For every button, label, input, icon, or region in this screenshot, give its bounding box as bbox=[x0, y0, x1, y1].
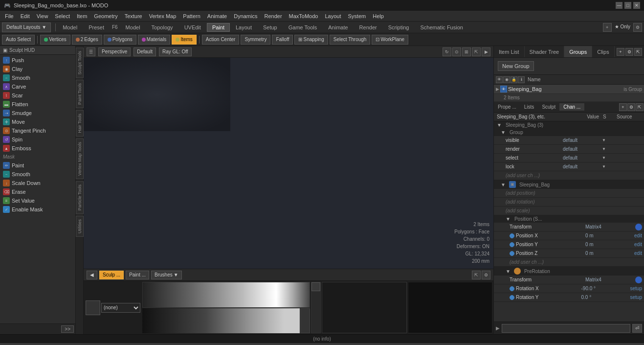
add-tab-button[interactable]: + bbox=[603, 23, 612, 32]
menu-item[interactable]: Item bbox=[74, 12, 90, 20]
brushes-tab-button[interactable]: Brushes ▼ bbox=[151, 271, 182, 279]
tab-layout[interactable]: Layout bbox=[230, 23, 257, 32]
vert-tab-sculpt-tools[interactable]: Sculpt Tools bbox=[76, 47, 84, 78]
tab-game-tools[interactable]: Game Tools bbox=[283, 23, 323, 32]
tool-push[interactable]: ↑ Push bbox=[0, 56, 75, 65]
lock-dropdown-icon[interactable]: ▼ bbox=[602, 164, 608, 169]
command-input[interactable] bbox=[502, 324, 630, 333]
menu-animate[interactable]: Animate bbox=[204, 12, 230, 20]
settings-vp-button[interactable]: ⚙ bbox=[482, 271, 490, 279]
tab-preset[interactable]: Preset bbox=[83, 23, 110, 32]
vert-tab-particle[interactable]: Particle Tools bbox=[76, 181, 84, 214]
panel-tab-clips[interactable]: Clips bbox=[592, 46, 614, 57]
items-button[interactable]: Items bbox=[172, 35, 196, 45]
menu-edit[interactable]: Edit bbox=[18, 12, 33, 20]
props-tab-properties[interactable]: Prope ... bbox=[494, 103, 520, 111]
menu-dynamics[interactable]: Dynamics bbox=[231, 12, 260, 20]
chan-section-prerotation[interactable]: ▼ PreRotation bbox=[494, 267, 644, 276]
paint-tab-button[interactable]: Paint ... bbox=[126, 271, 149, 279]
chan-section-position[interactable]: ▼ Position (S... bbox=[494, 215, 644, 223]
props-tab-channels[interactable]: Chan ... bbox=[559, 103, 584, 111]
tab-model2[interactable]: Model bbox=[120, 23, 146, 32]
dark-thumb-2[interactable] bbox=[408, 282, 493, 333]
vp-expand-button[interactable]: ⇱ bbox=[472, 47, 481, 56]
expand-button[interactable]: >> bbox=[61, 325, 74, 333]
gradient-thumb-2[interactable] bbox=[142, 308, 300, 333]
tool-enable-mask[interactable]: ✓ Enable Mask bbox=[0, 205, 75, 214]
tool-tangent-pinch[interactable]: ⊙ Tangent Pinch bbox=[0, 126, 75, 135]
tool-set-value[interactable]: ≡ Set Value bbox=[0, 196, 75, 205]
select-dropdown-icon[interactable]: ▼ bbox=[602, 156, 608, 160]
gradient-thumb-1[interactable] bbox=[142, 282, 310, 308]
viewport-canvas[interactable]: X Y Z 2 Items Polygons : Face Channels: … bbox=[84, 58, 493, 269]
expand-vp-button[interactable]: ⇱ bbox=[472, 271, 481, 279]
edges-button[interactable]: 2 Edges bbox=[72, 35, 102, 45]
panel-add-button[interactable]: + bbox=[617, 48, 624, 56]
vp-zoom-button[interactable]: ⊞ bbox=[462, 47, 471, 56]
tool-scar[interactable]: ⌇ Scar bbox=[0, 91, 75, 100]
falloff-button[interactable]: Falloff bbox=[272, 35, 293, 45]
pos-x-edit[interactable]: edit bbox=[634, 233, 642, 238]
tool-paint[interactable]: ✏ Paint bbox=[0, 161, 75, 170]
perspective-button[interactable]: Perspective bbox=[98, 47, 131, 56]
vert-tab-utilities[interactable]: Utilities bbox=[76, 216, 84, 237]
tab-setup[interactable]: Setup bbox=[258, 23, 283, 32]
menu-pattern[interactable]: Pattern bbox=[180, 12, 203, 20]
groups-eye-btn[interactable]: 👁 bbox=[496, 76, 503, 83]
select-through-button[interactable]: Select Through bbox=[330, 35, 371, 45]
tab-scripting[interactable]: Scripting bbox=[383, 23, 415, 32]
panel-tab-shader-tree[interactable]: Shader Tree bbox=[525, 46, 565, 57]
panel-expand-button[interactable]: ⇱ bbox=[634, 48, 642, 56]
pos-z-edit[interactable]: edit bbox=[634, 251, 642, 256]
menu-select[interactable]: Select bbox=[52, 12, 73, 20]
sculp-tab-button[interactable]: Sculp ... bbox=[99, 271, 124, 279]
render-dropdown-icon[interactable]: ▼ bbox=[602, 147, 608, 151]
tool-erase[interactable]: ⌫ Erase bbox=[0, 187, 75, 196]
rot-x-edit[interactable]: setup bbox=[630, 286, 642, 291]
materials-button[interactable]: Materials bbox=[138, 35, 171, 45]
menu-system[interactable]: System bbox=[345, 12, 369, 20]
tool-spin[interactable]: ↺ Spin bbox=[0, 135, 75, 144]
tool-smudge[interactable]: ⇢ Smudge bbox=[0, 109, 75, 117]
menu-texture[interactable]: Texture bbox=[122, 12, 145, 20]
minimize-button[interactable]: — bbox=[616, 2, 622, 9]
visible-dropdown-icon[interactable]: ▼ bbox=[602, 138, 608, 142]
default-layouts-dropdown[interactable]: Default Layouts ▼ bbox=[2, 23, 51, 32]
tab-animate[interactable]: Animate bbox=[323, 23, 353, 32]
default-button[interactable]: Default bbox=[133, 47, 156, 56]
workplane-button[interactable]: ⊡ WorkPlane bbox=[372, 35, 408, 45]
vp-more-button[interactable]: ▶ bbox=[482, 47, 490, 56]
props-tab-sculpt[interactable]: Sculpt bbox=[538, 103, 559, 111]
none-dropdown[interactable]: (none) bbox=[101, 303, 140, 313]
vert-tab-vertex-map[interactable]: Vertex Map Tools bbox=[76, 138, 84, 179]
tab-model1[interactable]: Model bbox=[57, 23, 83, 32]
menu-view[interactable]: View bbox=[34, 12, 51, 20]
tool-smooth2[interactable]: ~ Smooth bbox=[0, 170, 75, 179]
new-group-button[interactable]: New Group bbox=[498, 61, 534, 71]
tab-render[interactable]: Render bbox=[354, 23, 382, 32]
tool-move[interactable]: ✛ Move bbox=[0, 117, 75, 126]
menu-file[interactable]: File bbox=[2, 12, 17, 20]
panel-settings-button[interactable]: ⚙ bbox=[625, 48, 633, 56]
props-fullscreen-btn[interactable]: ⇱ bbox=[636, 103, 644, 111]
menu-geometry[interactable]: Geometry bbox=[91, 12, 120, 20]
menu-maxtomodo[interactable]: MaxToModo bbox=[286, 12, 321, 20]
tool-emboss[interactable]: ▲ Emboss bbox=[0, 144, 75, 153]
chan-section-group[interactable]: ▼ Group bbox=[494, 129, 644, 136]
pos-y-edit[interactable]: edit bbox=[634, 242, 642, 247]
titlebar-controls[interactable]: — □ ✕ bbox=[616, 2, 640, 9]
raygl-button[interactable]: Ray GL: Off bbox=[159, 47, 192, 56]
chan-section-sleeping-bag[interactable]: ▼ Sleeping_Bag (3) bbox=[494, 121, 644, 129]
tool-scale-down[interactable]: ↓ Scale Down bbox=[0, 179, 75, 187]
symmetry-button[interactable]: Symmetry bbox=[241, 35, 270, 45]
dark-thumb-1[interactable] bbox=[322, 282, 407, 333]
groups-lock-btn[interactable]: 🔒 bbox=[511, 76, 517, 83]
menu-help[interactable]: Help bbox=[370, 12, 387, 20]
tool-flatten[interactable]: ▬ Flatten bbox=[0, 100, 75, 109]
action-center-button[interactable]: Action Center bbox=[202, 35, 240, 45]
panel-tab-item-list[interactable]: Item List bbox=[494, 46, 525, 57]
tab-topology[interactable]: Topology bbox=[146, 23, 178, 32]
tool-clay[interactable]: ◉ Clay bbox=[0, 65, 75, 73]
tab-schematic[interactable]: Schematic Fusion bbox=[415, 23, 468, 32]
vert-tab-paint-tools[interactable]: Paint Tools bbox=[76, 80, 84, 108]
